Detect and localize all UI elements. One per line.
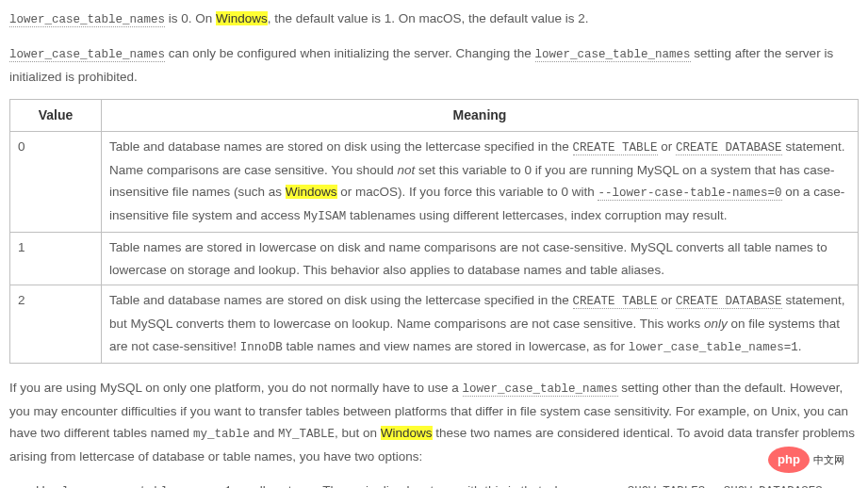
table-row: 1 Table names are stored in lowercase on…	[10, 233, 859, 285]
values-table: Value Meaning 0 Table and database names…	[9, 99, 859, 363]
meaning-cell: Table and database names are stored on d…	[102, 131, 859, 232]
list-item: Use lower_case_table_names=1 on all syst…	[36, 480, 859, 488]
code-lctn1: lower_case_table_names=1	[629, 341, 798, 354]
code-mytable-upper: MY_TABLE	[278, 428, 335, 441]
options-list: Use lower_case_table_names=1 on all syst…	[9, 480, 859, 488]
value-cell: 0	[10, 131, 102, 232]
post-table-para: If you are using MySQL on only one platf…	[9, 377, 859, 468]
table-row: 0 Table and database names are stored on…	[10, 131, 859, 232]
emphasis-only: only	[704, 317, 728, 331]
table-header-row: Value Meaning	[10, 100, 859, 132]
code-create-database: CREATE DATABASE	[676, 141, 782, 155]
highlight-windows: Windows	[286, 185, 337, 199]
value-cell: 2	[10, 285, 102, 363]
value-cell: 1	[10, 233, 102, 285]
meaning-cell: Table names are stored in lowercase on d…	[102, 233, 859, 285]
emphasis-not: not	[397, 163, 415, 177]
code-lctn: lower_case_table_names	[463, 382, 618, 397]
intro-para-2: lower_case_table_names can only be confi…	[9, 42, 859, 89]
highlight-windows: Windows	[216, 11, 268, 25]
code-innodb: InnoDB	[240, 341, 283, 354]
code-option: --lower-case-table-names=0	[598, 187, 781, 201]
code-lctn: lower_case_table_names	[535, 48, 691, 62]
code-create-database: CREATE DATABASE	[676, 295, 782, 309]
code-create-table: CREATE TABLE	[573, 141, 658, 155]
code-create-table: CREATE TABLE	[573, 295, 658, 309]
code-lctn: lower_case_table_names	[9, 13, 165, 27]
code-lctn: lower_case_table_names	[9, 48, 165, 62]
table-row: 2 Table and database names are stored on…	[10, 285, 859, 363]
col-meaning: Meaning	[102, 100, 859, 132]
col-value: Value	[10, 100, 102, 132]
highlight-windows: Windows	[381, 426, 433, 440]
code-mytable-lower: my_table	[193, 428, 250, 441]
intro-para-1: lower_case_table_names is 0. On Windows,…	[9, 8, 859, 31]
code-myisam: MyISAM	[303, 210, 346, 223]
meaning-cell: Table and database names are stored on d…	[102, 285, 859, 363]
